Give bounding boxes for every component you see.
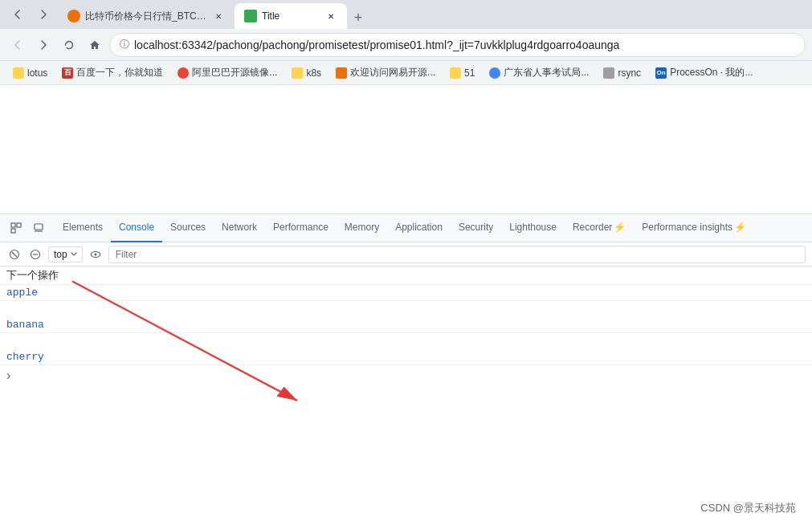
console-line-1-text: 下一个操作 (6, 268, 806, 283)
console-output: 下一个操作 apple banana cherry › (0, 267, 812, 525)
tab-back-btn[interactable] (6, 3, 29, 26)
watermark: CSDN @景天科技苑 (700, 501, 796, 515)
bookmark-guangdong[interactable]: 广东省人事考试局... (483, 64, 595, 81)
devtools-tab-bar: Elements Console Sources Network Perform… (0, 214, 812, 242)
tab-2-close[interactable]: ✕ (324, 10, 337, 22)
bookmark-k8s-label: k8s (306, 67, 321, 79)
tabs-container: 比特币价格今日行情_BTC价格... ✕ Title ✕ + (58, 0, 806, 29)
devtools-panel: Elements Console Sources Network Perform… (0, 214, 812, 525)
clear-console-btn[interactable] (6, 246, 22, 262)
console-line-2-text: apple (6, 287, 806, 299)
svg-rect-2 (11, 229, 15, 233)
context-dropdown-icon (71, 251, 77, 258)
bookmarks-bar: lotus 百 百度一下，你就知道 阿里巴巴开源镜像... k8s 欢迎访问网易… (0, 61, 812, 85)
console-line-6-text: cherry (6, 351, 806, 363)
tab-security[interactable]: Security (451, 214, 501, 242)
tab-performance-insights[interactable]: Performance insights ⚡ (634, 214, 754, 242)
console-line-6: cherry (0, 349, 812, 365)
console-line-1: 下一个操作 (0, 267, 812, 285)
bookmark-k8s-icon (292, 67, 303, 79)
page-content (0, 85, 812, 214)
bookmark-rsync[interactable]: rsync (597, 66, 647, 80)
bookmark-netease-label: 欢迎访问网易开源... (350, 66, 435, 79)
bookmark-ali-label: 阿里巴巴开源镜像... (192, 66, 277, 79)
back-button[interactable] (6, 34, 29, 56)
bookmark-51[interactable]: 51 (443, 66, 481, 80)
prompt-arrow-icon: › (6, 368, 10, 383)
console-prompt: › (0, 365, 812, 386)
tab-1[interactable]: 比特币价格今日行情_BTC价格... ✕ (58, 3, 235, 29)
bookmark-ali[interactable]: 阿里巴巴开源镜像... (171, 64, 284, 81)
reload-button[interactable] (58, 34, 80, 56)
bookmark-k8s[interactable]: k8s (285, 66, 328, 80)
svg-rect-3 (35, 224, 43, 230)
bookmark-baidu[interactable]: 百 百度一下，你就知道 (55, 64, 169, 81)
console-line-5-spacer (0, 333, 812, 349)
tab-2-title: Title (262, 10, 320, 22)
tab-network[interactable]: Network (214, 214, 265, 242)
url-text: localhost:63342/pachong/pachong/promiset… (134, 39, 795, 51)
bookmark-netease-icon (336, 67, 347, 79)
tab-recorder[interactable]: Recorder ⚡ (565, 214, 634, 242)
tab-console[interactable]: Console (111, 214, 162, 242)
browser-chrome: 比特币价格今日行情_BTC价格... ✕ Title ✕ + ⓘ (0, 0, 812, 85)
tab-1-favicon (67, 10, 80, 22)
console-line-4: banana (0, 317, 812, 333)
console-line-2: apple (0, 285, 812, 301)
tab-1-title: 比特币价格今日行情_BTC价格... (85, 10, 207, 23)
tab-elements[interactable]: Elements (55, 214, 111, 242)
bookmark-51-label: 51 (464, 67, 475, 79)
svg-line-6 (12, 252, 17, 257)
tab-1-close[interactable]: ✕ (212, 10, 225, 22)
watermark-text: CSDN @景天科技苑 (700, 502, 796, 514)
bookmark-baidu-label: 百度一下，你就知道 (76, 66, 163, 79)
filter-input[interactable] (108, 246, 806, 263)
bookmark-guangdong-icon (489, 67, 500, 79)
bookmark-lotus-label: lotus (27, 67, 47, 79)
bookmark-processon-label: ProcessOn · 我的... (670, 66, 753, 79)
home-button[interactable] (84, 34, 106, 56)
filter-btn[interactable] (27, 246, 43, 262)
bookmark-51-icon (450, 67, 461, 79)
console-line-3-spacer (0, 301, 812, 317)
bookmark-baidu-icon: 百 (62, 67, 73, 79)
devtools-select-icon[interactable] (6, 218, 26, 238)
bookmark-lotus[interactable]: lotus (6, 66, 54, 80)
console-line-4-text: banana (6, 319, 806, 331)
tab-application[interactable]: Application (387, 214, 451, 242)
url-bar[interactable]: ⓘ localhost:63342/pachong/pachong/promis… (109, 33, 806, 57)
lock-icon: ⓘ (120, 38, 129, 51)
context-selector[interactable]: top (48, 246, 83, 262)
tab-2-favicon (244, 10, 257, 22)
bookmark-ali-icon (177, 67, 189, 79)
context-value: top (54, 249, 67, 260)
forward-button[interactable] (32, 34, 55, 56)
bookmark-rsync-icon (603, 67, 614, 79)
tab-memory[interactable]: Memory (337, 214, 387, 242)
svg-rect-0 (11, 223, 15, 227)
console-toolbar: top (0, 242, 812, 267)
tab-2[interactable]: Title ✕ (235, 3, 347, 29)
tab-performance[interactable]: Performance (265, 214, 337, 242)
address-bar: ⓘ localhost:63342/pachong/pachong/promis… (0, 29, 812, 61)
svg-point-10 (94, 253, 96, 255)
tab-forward-btn[interactable] (32, 3, 55, 26)
bookmark-rsync-label: rsync (618, 67, 641, 79)
devtools-icon-group (6, 218, 48, 238)
bookmark-processon[interactable]: On ProcessOn · 我的... (649, 64, 759, 81)
bookmark-processon-icon: On (655, 67, 667, 79)
svg-rect-1 (17, 223, 21, 227)
tab-sources[interactable]: Sources (162, 214, 214, 242)
new-tab-button[interactable]: + (347, 6, 369, 29)
eye-btn[interactable] (88, 246, 104, 262)
bookmark-lotus-icon (13, 67, 24, 79)
tab-bar: 比特币价格今日行情_BTC价格... ✕ Title ✕ + (0, 0, 812, 29)
bookmark-guangdong-label: 广东省人事考试局... (504, 66, 589, 79)
bookmark-netease[interactable]: 欢迎访问网易开源... (329, 64, 442, 81)
devtools-cursor-icon[interactable] (29, 218, 48, 238)
tab-lighthouse[interactable]: Lighthouse (501, 214, 565, 242)
